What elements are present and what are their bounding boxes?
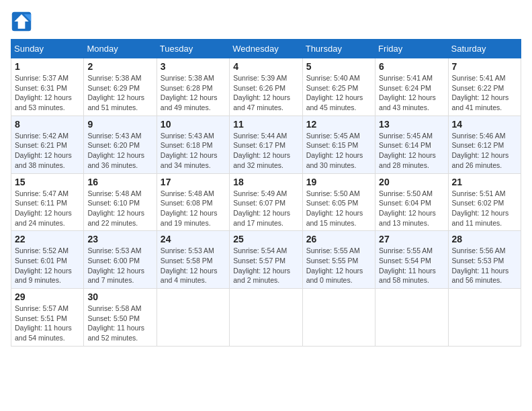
day-info: Sunrise: 5:56 AM Sunset: 5:53 PM Dayligh… [452, 246, 517, 285]
day-number: 11 [233, 119, 298, 130]
day-number: 1 [15, 61, 80, 72]
header-friday: Friday [375, 40, 448, 58]
day-number: 4 [233, 61, 298, 72]
day-info: Sunrise: 5:50 AM Sunset: 6:04 PM Dayligh… [379, 189, 444, 228]
day-info: Sunrise: 5:55 AM Sunset: 5:55 PM Dayligh… [306, 246, 371, 285]
empty-cell [230, 289, 302, 347]
day-info: Sunrise: 5:38 AM Sunset: 6:28 PM Dayligh… [161, 73, 226, 113]
day-info: Sunrise: 5:55 AM Sunset: 5:54 PM Dayligh… [379, 246, 444, 285]
day-cell-14: 14 Sunrise: 5:46 AM Sunset: 6:12 PM Dayl… [448, 116, 521, 173]
day-number: 8 [15, 119, 80, 130]
day-cell-4: 4 Sunrise: 5:39 AM Sunset: 6:26 PM Dayli… [230, 58, 302, 116]
day-cell-18: 18 Sunrise: 5:49 AM Sunset: 6:07 PM Dayl… [230, 173, 302, 231]
day-cell-20: 20 Sunrise: 5:50 AM Sunset: 6:04 PM Dayl… [375, 173, 448, 231]
day-cell-6: 6 Sunrise: 5:41 AM Sunset: 6:24 PM Dayli… [375, 58, 448, 116]
day-number: 10 [161, 119, 226, 130]
day-cell-13: 13 Sunrise: 5:45 AM Sunset: 6:14 PM Dayl… [375, 116, 448, 173]
day-number: 27 [379, 234, 444, 244]
calendar-row-1: 1 Sunrise: 5:37 AM Sunset: 6:31 PM Dayli… [11, 58, 521, 116]
day-number: 26 [306, 234, 371, 244]
day-info: Sunrise: 5:50 AM Sunset: 6:05 PM Dayligh… [306, 189, 371, 228]
day-info: Sunrise: 5:48 AM Sunset: 6:08 PM Dayligh… [161, 189, 226, 228]
empty-cell [448, 289, 521, 347]
calendar-table: Sunday Monday Tuesday Wednesday Thursday… [11, 39, 521, 347]
header-tuesday: Tuesday [157, 40, 229, 58]
day-number: 5 [306, 61, 371, 72]
header-thursday: Thursday [302, 40, 375, 58]
day-number: 3 [161, 61, 226, 72]
empty-cell [375, 289, 448, 347]
day-info: Sunrise: 5:44 AM Sunset: 6:17 PM Dayligh… [233, 131, 298, 171]
day-cell-26: 26 Sunrise: 5:55 AM Sunset: 5:55 PM Dayl… [302, 231, 375, 289]
day-number: 17 [161, 177, 226, 187]
day-cell-27: 27 Sunrise: 5:55 AM Sunset: 5:54 PM Dayl… [375, 231, 448, 289]
day-number: 30 [87, 291, 152, 302]
day-number: 14 [452, 119, 517, 130]
day-info: Sunrise: 5:54 AM Sunset: 5:57 PM Dayligh… [233, 246, 298, 285]
day-number: 21 [452, 177, 517, 187]
day-info: Sunrise: 5:40 AM Sunset: 6:25 PM Dayligh… [306, 73, 371, 113]
day-cell-19: 19 Sunrise: 5:50 AM Sunset: 6:05 PM Dayl… [302, 173, 375, 231]
calendar-row-5: 29 Sunrise: 5:57 AM Sunset: 5:51 PM Dayl… [11, 289, 521, 347]
day-cell-16: 16 Sunrise: 5:48 AM Sunset: 6:10 PM Dayl… [84, 173, 157, 231]
day-cell-24: 24 Sunrise: 5:53 AM Sunset: 5:58 PM Dayl… [157, 231, 229, 289]
day-cell-21: 21 Sunrise: 5:51 AM Sunset: 6:02 PM Dayl… [448, 173, 521, 231]
day-cell-22: 22 Sunrise: 5:52 AM Sunset: 6:01 PM Dayl… [11, 231, 84, 289]
day-number: 18 [233, 177, 298, 187]
day-info: Sunrise: 5:48 AM Sunset: 6:10 PM Dayligh… [87, 189, 152, 228]
logo-icon [11, 11, 32, 32]
day-info: Sunrise: 5:53 AM Sunset: 5:58 PM Dayligh… [161, 246, 226, 285]
day-info: Sunrise: 5:52 AM Sunset: 6:01 PM Dayligh… [15, 246, 80, 285]
day-number: 28 [452, 234, 517, 244]
day-number: 23 [87, 234, 152, 244]
day-cell-5: 5 Sunrise: 5:40 AM Sunset: 6:25 PM Dayli… [302, 58, 375, 116]
day-cell-11: 11 Sunrise: 5:44 AM Sunset: 6:17 PM Dayl… [230, 116, 302, 173]
calendar-row-4: 22 Sunrise: 5:52 AM Sunset: 6:01 PM Dayl… [11, 231, 521, 289]
day-info: Sunrise: 5:53 AM Sunset: 6:00 PM Dayligh… [87, 246, 152, 285]
day-number: 20 [379, 177, 444, 187]
calendar-row-3: 15 Sunrise: 5:47 AM Sunset: 6:11 PM Dayl… [11, 173, 521, 231]
day-cell-15: 15 Sunrise: 5:47 AM Sunset: 6:11 PM Dayl… [11, 173, 84, 231]
day-cell-28: 28 Sunrise: 5:56 AM Sunset: 5:53 PM Dayl… [448, 231, 521, 289]
day-number: 13 [379, 119, 444, 130]
day-cell-12: 12 Sunrise: 5:45 AM Sunset: 6:15 PM Dayl… [302, 116, 375, 173]
day-cell-30: 30 Sunrise: 5:58 AM Sunset: 5:50 PM Dayl… [84, 289, 157, 347]
day-number: 12 [306, 119, 371, 130]
day-cell-23: 23 Sunrise: 5:53 AM Sunset: 6:00 PM Dayl… [84, 231, 157, 289]
day-info: Sunrise: 5:45 AM Sunset: 6:14 PM Dayligh… [379, 131, 444, 171]
day-number: 22 [15, 234, 80, 244]
day-number: 29 [15, 291, 80, 302]
header-wednesday: Wednesday [230, 40, 302, 58]
day-number: 24 [161, 234, 226, 244]
header-saturday: Saturday [448, 40, 521, 58]
day-info: Sunrise: 5:46 AM Sunset: 6:12 PM Dayligh… [452, 131, 517, 171]
header-monday: Monday [84, 40, 157, 58]
day-cell-9: 9 Sunrise: 5:43 AM Sunset: 6:20 PM Dayli… [84, 116, 157, 173]
day-number: 15 [15, 177, 80, 187]
empty-cell [157, 289, 229, 347]
day-info: Sunrise: 5:42 AM Sunset: 6:21 PM Dayligh… [15, 131, 80, 171]
day-cell-29: 29 Sunrise: 5:57 AM Sunset: 5:51 PM Dayl… [11, 289, 84, 347]
day-number: 6 [379, 61, 444, 72]
day-info: Sunrise: 5:38 AM Sunset: 6:29 PM Dayligh… [87, 73, 152, 113]
logo [11, 11, 35, 32]
header-sunday: Sunday [11, 40, 84, 58]
day-info: Sunrise: 5:37 AM Sunset: 6:31 PM Dayligh… [15, 73, 80, 113]
day-number: 25 [233, 234, 298, 244]
day-number: 7 [452, 61, 517, 72]
day-info: Sunrise: 5:43 AM Sunset: 6:18 PM Dayligh… [161, 131, 226, 171]
day-cell-8: 8 Sunrise: 5:42 AM Sunset: 6:21 PM Dayli… [11, 116, 84, 173]
day-cell-10: 10 Sunrise: 5:43 AM Sunset: 6:18 PM Dayl… [157, 116, 229, 173]
day-cell-2: 2 Sunrise: 5:38 AM Sunset: 6:29 PM Dayli… [84, 58, 157, 116]
day-info: Sunrise: 5:43 AM Sunset: 6:20 PM Dayligh… [87, 131, 152, 171]
day-cell-25: 25 Sunrise: 5:54 AM Sunset: 5:57 PM Dayl… [230, 231, 302, 289]
day-cell-17: 17 Sunrise: 5:48 AM Sunset: 6:08 PM Dayl… [157, 173, 229, 231]
day-info: Sunrise: 5:57 AM Sunset: 5:51 PM Dayligh… [15, 304, 80, 343]
day-number: 9 [87, 119, 152, 130]
calendar-row-2: 8 Sunrise: 5:42 AM Sunset: 6:21 PM Dayli… [11, 116, 521, 173]
day-info: Sunrise: 5:41 AM Sunset: 6:22 PM Dayligh… [452, 73, 517, 113]
day-info: Sunrise: 5:51 AM Sunset: 6:02 PM Dayligh… [452, 189, 517, 228]
day-number: 16 [87, 177, 152, 187]
day-number: 2 [87, 61, 152, 72]
day-info: Sunrise: 5:47 AM Sunset: 6:11 PM Dayligh… [15, 189, 80, 228]
